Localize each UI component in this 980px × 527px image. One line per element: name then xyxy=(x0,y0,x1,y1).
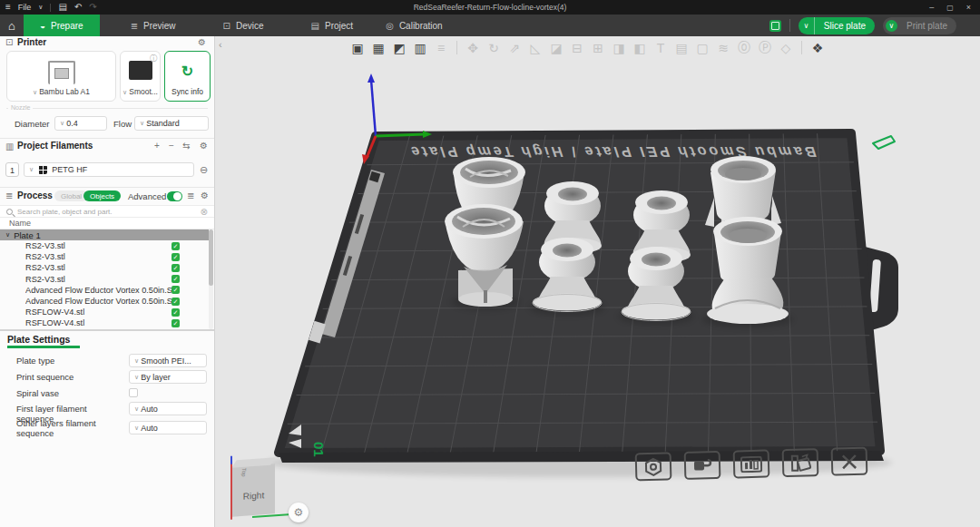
lock-icon xyxy=(694,461,704,470)
bambu-studio-window: ≡ File ∨ ▤ ↶ ↷ RedSeaReefer-Return-Flow-… xyxy=(0,0,980,527)
flow-label: Flow xyxy=(113,119,132,129)
plate-type-card[interactable]: ⓘ ∨Smoot... xyxy=(120,51,161,102)
undo-icon[interactable]: ↶ xyxy=(74,0,82,15)
slice-plate-button[interactable]: ∨ Slice plate xyxy=(799,17,875,34)
diameter-select[interactable]: ∨ 0.4 xyxy=(54,116,107,131)
plate-indicator-icon[interactable] xyxy=(769,20,781,32)
first-layer-seq-select[interactable]: ∨ Auto xyxy=(129,402,207,415)
axis-x-red xyxy=(230,464,232,520)
lock-plate-button[interactable] xyxy=(684,451,721,480)
clear-search-icon[interactable]: ⊗ xyxy=(201,207,208,217)
tree-collapse-icon[interactable]: ∨ xyxy=(5,231,10,239)
divider xyxy=(0,187,214,188)
object-visible-checkbox[interactable]: ✓ xyxy=(172,308,180,317)
plate-type-select[interactable]: ∨ Smooth PEI... xyxy=(129,354,207,367)
chevron-down-icon[interactable]: ∨ xyxy=(38,0,43,15)
object-row[interactable]: RS2-V3.stl ✓ xyxy=(0,262,209,273)
slice-dropdown-icon[interactable]: ∨ xyxy=(799,17,815,34)
plate-number: 01 xyxy=(311,442,327,457)
tree-scrollbar[interactable] xyxy=(209,229,213,329)
slice-plate-label: Slice plate xyxy=(815,21,875,31)
minimize-button[interactable]: – xyxy=(929,3,934,12)
view-cube-face-label: Right xyxy=(232,489,275,502)
tree-scrollbar-thumb[interactable] xyxy=(209,229,213,286)
object-visible-checkbox[interactable]: ✓ xyxy=(172,275,180,283)
swap-filament-icon[interactable]: ⇆ xyxy=(182,141,190,151)
file-menu[interactable]: File xyxy=(18,3,32,12)
object-row[interactable]: RSFLOW-V4.stl ✓ xyxy=(0,317,209,328)
add-filament-icon[interactable]: + xyxy=(154,141,160,151)
tab-calibration[interactable]: ◎ Calibration xyxy=(369,15,459,36)
tab-device[interactable]: ⊡ Device xyxy=(207,15,280,36)
print-plate-button[interactable]: ∨ Print plate xyxy=(883,17,956,34)
axis-z-blue xyxy=(230,456,232,464)
sync-icon: ↻ xyxy=(181,63,193,80)
object-visible-checkbox[interactable]: ✓ xyxy=(172,298,180,306)
view-options-icon[interactable]: ≣ xyxy=(187,190,194,200)
redo-icon[interactable]: ↷ xyxy=(89,0,96,15)
process-objects-tab[interactable]: Objects xyxy=(83,190,121,201)
viewport-3d[interactable]: ‹ ▣▦◩▥≡✥↻⇗◺◪⊟⊞◨◧T▤▢≋⓪Ⓟ◇❖ xyxy=(216,36,980,527)
filament-select[interactable]: ∨ PETG HF xyxy=(24,162,194,177)
tune-icon[interactable]: ⚙ xyxy=(201,190,209,200)
object-row[interactable]: Advanced Flow Eductor Vortex 0.50in.STL … xyxy=(0,285,209,296)
tab-prepare[interactable]: ◒ Prepare xyxy=(24,15,100,36)
advanced-toggle[interactable] xyxy=(167,191,182,201)
tab-preview[interactable]: ≣ Preview xyxy=(114,15,192,36)
advanced-label: Advanced xyxy=(128,191,166,201)
sync-info-button[interactable]: ↻ Sync info xyxy=(164,51,211,102)
hamburger-menu-icon[interactable]: ≡ xyxy=(5,0,11,15)
maximize-button[interactable]: ▢ xyxy=(946,4,954,12)
object-row[interactable]: RS2-V3.stl ✓ xyxy=(0,240,209,251)
object-name: Advanced Flow Eductor Vortex 0.50in.STL xyxy=(25,297,172,306)
plate-settings-tab[interactable]: Plate Settings xyxy=(7,334,70,345)
object-row[interactable]: RSFLOW-V4.stl ✓ xyxy=(0,307,209,317)
info-icon[interactable]: ⓘ xyxy=(150,54,157,63)
plate-tree-row[interactable]: ∨ Plate 1 xyxy=(0,229,209,240)
print-sequence-select[interactable]: ∨ By layer xyxy=(129,370,207,384)
object-visible-checkbox[interactable]: ✓ xyxy=(172,253,180,261)
process-panel-icon: ≣ xyxy=(5,190,13,200)
delete-plate-button[interactable] xyxy=(831,447,868,476)
view-cube-top-label: Top xyxy=(241,468,247,477)
divider xyxy=(789,19,790,32)
tab-calibration-label: Calibration xyxy=(399,21,443,31)
tab-project[interactable]: ▤ Project xyxy=(295,15,370,36)
object-row[interactable]: Advanced Flow Eductor Vortex 0.50in.STL … xyxy=(0,296,209,307)
search-input[interactable]: Search plate, object and part. xyxy=(17,208,201,216)
object-name: RS2-V3.stl xyxy=(25,241,172,250)
plate-settings-button[interactable] xyxy=(635,452,672,481)
divider xyxy=(50,4,51,12)
object-row[interactable]: RS2-V3.stl ✓ xyxy=(0,251,209,262)
object-visible-checkbox[interactable]: ✓ xyxy=(172,264,180,272)
object-name: RSFLOW-V4.stl xyxy=(25,318,172,327)
print-plate-label: Print plate xyxy=(897,21,956,31)
spiral-vase-checkbox[interactable] xyxy=(129,388,138,397)
printer-settings-gear-icon[interactable]: ⚙ xyxy=(198,37,206,47)
object-visible-checkbox[interactable]: ✓ xyxy=(172,286,180,294)
object-visible-checkbox[interactable]: ✓ xyxy=(172,319,180,327)
titlebar: ≡ File ∨ ▤ ↶ ↷ RedSeaReefer-Return-Flow-… xyxy=(0,0,980,15)
flow-select[interactable]: ∨ Standard xyxy=(134,116,209,131)
filament-settings-gear-icon[interactable]: ⚙ xyxy=(200,141,208,151)
view-cube[interactable]: Top Right xyxy=(232,464,275,516)
scene-settings-button[interactable]: ⚙ xyxy=(289,503,309,522)
home-button[interactable]: ⌂ xyxy=(0,15,24,36)
object-visible-checkbox[interactable]: ✓ xyxy=(172,242,180,250)
remove-filament-circle-icon[interactable]: ⊖ xyxy=(200,164,208,176)
flow-value: Standard xyxy=(146,119,180,128)
object-row[interactable]: RS2-V3.stl ✓ xyxy=(0,274,209,285)
print-sequence-label: Print sequence xyxy=(16,373,123,383)
orient-plate-button[interactable] xyxy=(782,448,819,477)
printer-card[interactable]: ∨Bambu Lab A1 xyxy=(6,51,116,102)
arrange-plate-button[interactable] xyxy=(733,449,770,478)
chevron-down-icon: ∨ xyxy=(122,89,127,95)
close-button[interactable]: × xyxy=(966,3,971,12)
other-layers-seq-select[interactable]: ∨ Auto xyxy=(129,421,207,434)
save-project-icon[interactable]: ▤ xyxy=(58,0,66,15)
diameter-value: 0.4 xyxy=(66,119,78,128)
print-dropdown-icon[interactable]: ∨ xyxy=(886,20,897,32)
remove-filament-icon[interactable]: − xyxy=(169,141,174,151)
plate-image xyxy=(129,61,152,80)
search-bar[interactable]: Search plate, object and part. ⊗ xyxy=(0,205,214,218)
